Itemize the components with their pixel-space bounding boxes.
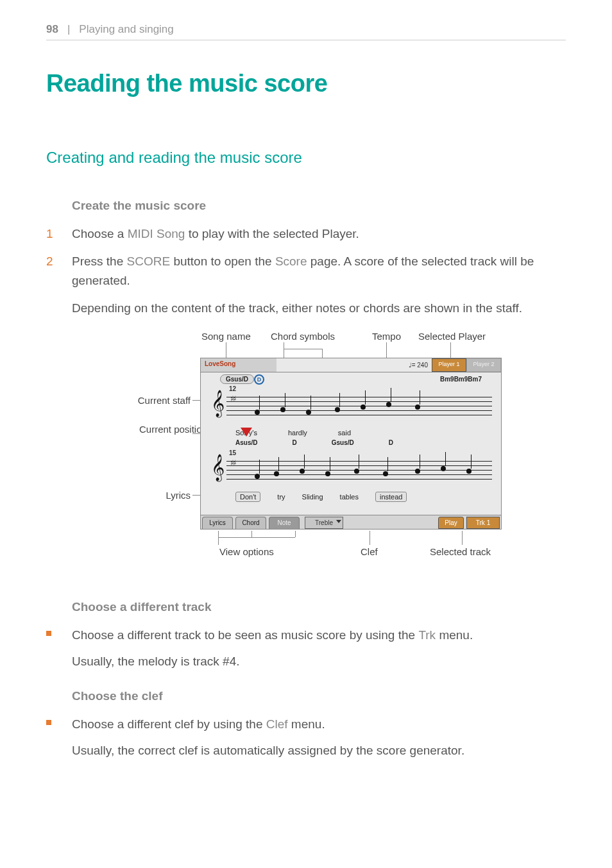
step-number: 1	[46, 224, 58, 243]
panel-song-name: LoveSong	[201, 358, 276, 372]
subhead-clef: Choose the clef	[72, 689, 566, 703]
subhead-create: Create the music score	[72, 199, 566, 213]
callout-current-staff: Current staff	[120, 395, 191, 406]
callout-song-name: Song name	[201, 331, 251, 342]
step-1: 1 Choose a MIDI Song to play with the se…	[46, 224, 566, 243]
chord-symbol: D	[292, 439, 296, 451]
subhead-track: Choose a different track	[72, 600, 566, 614]
staff-2: 15 𝄞 ♯♯	[210, 455, 492, 489]
score-diagram: Song name Chord symbols Tempo Selected P…	[104, 331, 566, 562]
term-score-page: Score	[275, 255, 307, 268]
lyric-word: instead	[375, 492, 407, 502]
treble-clef-icon: 𝄞	[211, 456, 225, 479]
page-number: 98	[46, 23, 58, 36]
lyric-word: said	[338, 429, 351, 437]
term-midi-song: MIDI Song	[128, 227, 185, 240]
staff-1: 12 𝄞 ♯♯	[210, 390, 492, 425]
term-trk: Trk	[418, 628, 436, 642]
track-note: Usually, the melody is track #4.	[72, 652, 566, 671]
lyric-word: Sliding	[302, 493, 323, 501]
bullet-icon	[46, 720, 58, 765]
section-heading: Creating and reading the music score	[46, 149, 566, 167]
chord-d-marker: D	[254, 374, 264, 385]
clef-dropdown[interactable]: Treble	[305, 517, 343, 529]
callout-chord-symbols: Chord symbols	[271, 331, 335, 342]
callout-clef: Clef	[361, 546, 378, 557]
paragraph-depending: Depending on the content of the track, e…	[72, 299, 566, 317]
lyric-word: hardly	[288, 429, 307, 437]
track-dropdown[interactable]: Trk 1	[466, 517, 500, 529]
note-tab[interactable]: Note	[269, 517, 300, 529]
clef-note: Usually, the correct clef is automatical…	[72, 741, 566, 760]
chord-symbol: Bm7	[468, 376, 482, 383]
treble-clef-icon: 𝄞	[211, 392, 225, 415]
callout-current-position: Current position	[139, 424, 191, 435]
chord-symbol: Gsus/D	[220, 374, 254, 384]
bullet-track: Choose a different track to be seen as m…	[46, 626, 566, 671]
term-score-button: SCORE	[127, 255, 171, 268]
page-title: Reading the music score	[46, 70, 566, 97]
player-2-tab[interactable]: Player 2	[466, 358, 501, 372]
chord-symbol: Gsus/D	[332, 439, 354, 451]
chord-tab[interactable]: Chord	[235, 517, 266, 529]
panel-tempo: ♩= 240	[405, 360, 432, 371]
callout-lyrics: Lyrics	[155, 490, 191, 501]
bullet-clef: Choose a different clef by using the Cle…	[46, 715, 566, 760]
lyrics-tab[interactable]: Lyrics	[202, 517, 233, 529]
chord-symbol: D	[389, 439, 393, 451]
callout-view-options: View options	[219, 546, 274, 557]
term-clef: Clef	[266, 717, 288, 731]
panel-bottom-bar: Lyrics Chord Note Treble Play Trk 1	[201, 515, 501, 529]
lyric-word: tables	[340, 493, 359, 501]
callout-selected-player: Selected Player	[418, 331, 486, 342]
chord-symbol: Bm9	[440, 376, 454, 383]
chord-symbol: Bm9	[454, 376, 468, 383]
bullet-icon	[46, 631, 58, 676]
step-2: 2 Press the SCORE button to open the Sco…	[46, 252, 566, 290]
step-number: 2	[46, 252, 58, 290]
page-header: 98 | Playing and singing	[46, 23, 566, 40]
player-1-tab[interactable]: Player 1	[432, 358, 466, 372]
lyric-word: Don't	[235, 492, 260, 502]
chevron-down-icon	[336, 520, 341, 523]
play-tab[interactable]: Play	[438, 517, 464, 529]
callout-tempo: Tempo	[372, 331, 401, 342]
score-panel: LoveSong ♩= 240 Player 1 Player 2 Gsus/D…	[200, 358, 502, 530]
callout-selected-track: Selected track	[430, 546, 491, 557]
chord-symbol: Asus/D	[235, 439, 257, 451]
lyric-word: try	[277, 493, 285, 501]
current-position-marker	[241, 428, 252, 437]
section-name: Playing and singing	[79, 23, 173, 36]
